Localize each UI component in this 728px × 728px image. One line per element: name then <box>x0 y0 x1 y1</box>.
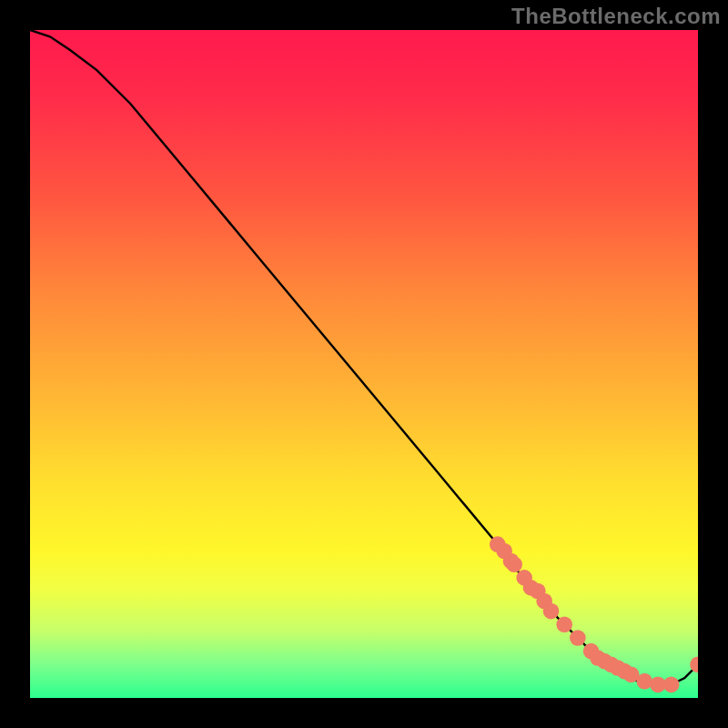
scatter-point <box>543 603 560 620</box>
bottleneck-curve-line <box>30 30 698 684</box>
chart-frame: TheBottleneck.com <box>0 0 728 728</box>
scatter-point <box>506 556 522 572</box>
scatter-point <box>570 630 586 646</box>
scatter-point <box>663 677 680 693</box>
scatter-point <box>556 616 572 632</box>
watermark-text: TheBottleneck.com <box>511 4 721 29</box>
scatter-point <box>636 673 652 690</box>
chart-svg <box>30 30 698 698</box>
highlight-scatter-group <box>490 536 698 693</box>
